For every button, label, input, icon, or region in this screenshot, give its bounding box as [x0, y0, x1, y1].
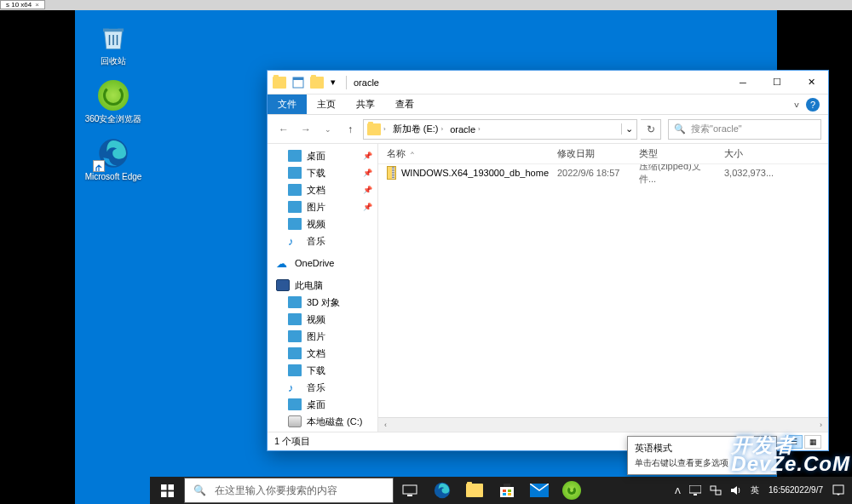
search-icon: 🔍: [674, 123, 686, 135]
tab-home[interactable]: 主页: [307, 94, 346, 114]
tab-file[interactable]: 文件: [268, 94, 307, 114]
taskbar: 🔍 在这里输入你要搜索的内容 ᐱ 英 16:56 2022/9/7: [150, 477, 852, 504]
col-name[interactable]: 名称: [387, 147, 406, 160]
taskbar-edge-icon[interactable]: [426, 477, 458, 504]
svg-rect-18: [716, 490, 721, 495]
taskbar-mail-icon[interactable]: [523, 477, 556, 504]
tab-share[interactable]: 共享: [346, 94, 385, 114]
nav-item[interactable]: 桌面📌: [268, 147, 377, 164]
svg-rect-3: [161, 484, 167, 490]
back-button[interactable]: ←: [274, 120, 293, 139]
clock-time: 16:56: [769, 485, 790, 495]
file-name: WINDOWS.X64_193000_db_home: [401, 168, 549, 178]
nav-item[interactable]: 下载📌: [268, 164, 377, 181]
nav-item-label: 桌面: [307, 150, 325, 163]
scroll-left-icon[interactable]: ‹: [378, 421, 393, 429]
nav-item[interactable]: 3D 对象: [268, 294, 377, 311]
ribbon-collapse-icon[interactable]: ⅴ: [794, 100, 799, 109]
taskbar-360-icon[interactable]: [556, 477, 588, 504]
nav-item-label: 视频: [307, 218, 325, 231]
nav-item-label: 图片: [307, 201, 325, 214]
nav-item[interactable]: 视频: [268, 215, 377, 232]
forward-button[interactable]: →: [296, 120, 315, 139]
tray-clock[interactable]: 16:56 2022/9/7: [763, 477, 828, 504]
fold-b-icon: [288, 364, 302, 376]
tray-monitor-icon[interactable]: [685, 477, 705, 504]
col-date[interactable]: 修改日期: [549, 147, 630, 160]
nav-item[interactable]: 桌面: [268, 396, 377, 413]
qa-newfolder-icon[interactable]: [310, 76, 324, 89]
nav-item[interactable]: 视频: [268, 311, 377, 328]
taskbar-store-icon[interactable]: [491, 477, 523, 504]
tray-ime[interactable]: 英: [746, 477, 763, 504]
tray-network-icon[interactable]: [705, 477, 726, 504]
col-type[interactable]: 类型: [630, 147, 716, 160]
address-dropdown-icon[interactable]: ⌄: [621, 123, 636, 135]
titlebar[interactable]: ▾ oracle ─ ☐ ✕: [268, 71, 828, 94]
column-headers[interactable]: 名称^ 修改日期 类型 大小: [378, 144, 828, 164]
svg-rect-13: [508, 493, 511, 495]
desktop[interactable]: 回收站 360安全浏览器 Microsoft Edge ▾ oracle: [75, 10, 777, 504]
navigation-pane[interactable]: 桌面📌下载📌文档📌图片📌视频♪音乐☁OneDrive此电脑3D 对象视频图片文档…: [268, 144, 378, 432]
file-date: 2022/9/6 18:57: [549, 168, 630, 178]
file-list[interactable]: WINDOWS.X64_193000_db_home2022/9/6 18:57…: [378, 164, 828, 417]
recycle-bin-label: 回收站: [83, 56, 143, 66]
tray-notifications-icon[interactable]: [828, 477, 849, 504]
breadcrumb-seg-1[interactable]: oracle: [450, 124, 475, 135]
maximize-button[interactable]: ☐: [760, 71, 794, 94]
breadcrumb-seg-0[interactable]: 新加卷 (E:): [393, 123, 439, 135]
close-button[interactable]: ✕: [794, 71, 828, 94]
task-view-button[interactable]: [394, 477, 426, 504]
nav-item[interactable]: 本地磁盘 (C:): [268, 413, 377, 430]
host-tab-close-icon[interactable]: ×: [35, 1, 39, 9]
nav-item[interactable]: 文档: [268, 345, 377, 362]
horizontal-scrollbar[interactable]: ‹ ›: [378, 417, 828, 432]
nav-item[interactable]: ♪音乐: [268, 379, 377, 396]
start-button[interactable]: [150, 477, 184, 504]
svg-rect-17: [711, 486, 716, 490]
nav-item-label: OneDrive: [295, 258, 334, 268]
svg-rect-4: [168, 484, 174, 490]
recycle-bin-icon[interactable]: 回收站: [83, 20, 143, 66]
nav-this-pc[interactable]: 此电脑: [268, 277, 377, 294]
svg-rect-6: [168, 491, 174, 497]
help-icon[interactable]: ?: [806, 98, 820, 112]
title-separator: [346, 76, 347, 89]
refresh-button[interactable]: ↻: [641, 119, 661, 140]
tab-view[interactable]: 查看: [385, 94, 424, 114]
music-icon: ♪: [288, 381, 302, 393]
status-text: 1 个项目: [274, 435, 310, 448]
browser360-icon[interactable]: 360安全浏览器: [83, 78, 143, 124]
edge-icon[interactable]: Microsoft Edge: [83, 136, 143, 182]
svg-rect-19: [833, 485, 843, 494]
browser360-label: 360安全浏览器: [83, 114, 143, 124]
tray-overflow-icon[interactable]: ᐱ: [671, 477, 685, 504]
nav-onedrive[interactable]: ☁OneDrive: [268, 255, 377, 272]
history-dropdown-icon[interactable]: ⌄: [319, 120, 337, 139]
up-button[interactable]: ↑: [341, 120, 360, 139]
qa-properties-icon[interactable]: [291, 76, 305, 89]
col-size[interactable]: 大小: [716, 147, 828, 160]
address-bar[interactable]: › 新加卷 (E:)› oracle› ⌄: [363, 119, 637, 140]
explorer-window: ▾ oracle ─ ☐ ✕ 文件 主页 共享 查看 ⅴ ? ← → ⌄ ↑: [267, 70, 829, 451]
zip-icon: [387, 166, 396, 180]
edge-label: Microsoft Edge: [83, 172, 143, 182]
nav-item[interactable]: 文档📌: [268, 181, 377, 198]
qa-dropdown-icon[interactable]: ▾: [329, 76, 337, 89]
taskbar-explorer-icon[interactable]: [458, 477, 491, 504]
svg-rect-15: [689, 485, 701, 493]
tray-volume-icon[interactable]: [726, 477, 746, 504]
nav-item[interactable]: 图片: [268, 328, 377, 345]
nav-item[interactable]: ♪音乐: [268, 232, 377, 249]
nav-item[interactable]: 图片📌: [268, 198, 377, 215]
minimize-button[interactable]: ─: [726, 71, 760, 94]
nav-item-label: 文档: [307, 184, 325, 197]
clock-date: 2022/9/7: [790, 485, 823, 495]
search-input[interactable]: 🔍 搜索"oracle": [668, 119, 821, 140]
host-tab[interactable]: s 10 x64 ×: [0, 0, 45, 9]
svg-rect-7: [403, 485, 417, 494]
scroll-right-icon[interactable]: ›: [814, 421, 828, 429]
file-row[interactable]: WINDOWS.X64_193000_db_home2022/9/6 18:57…: [378, 164, 828, 181]
nav-item[interactable]: 下载: [268, 362, 377, 379]
taskbar-search[interactable]: 🔍 在这里输入你要搜索的内容: [184, 478, 394, 503]
